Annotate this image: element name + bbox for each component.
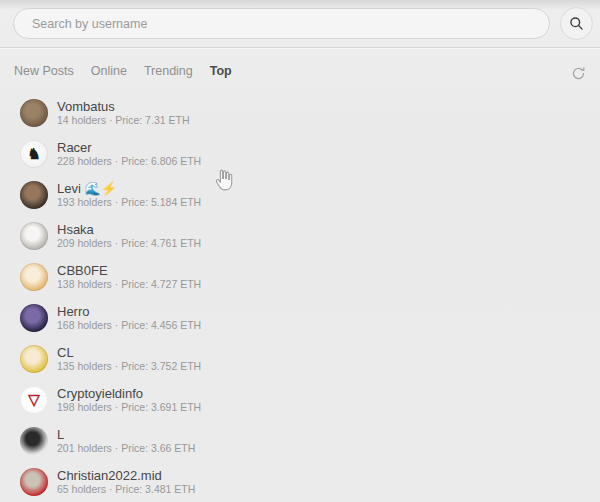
avatar-yellow-hood-art	[20, 345, 48, 373]
user-meta: 201 holders · Price: 3.66 ETH	[57, 443, 195, 454]
user-meta: 228 holders · Price: 6.806 ETH	[57, 156, 201, 167]
user-meta: 135 holders · Price: 3.752 ETH	[57, 361, 201, 372]
avatar-glyph: ♞	[27, 146, 40, 161]
user-meta: 138 holders · Price: 4.727 ETH	[57, 279, 201, 290]
user-meta: 168 holders · Price: 4.456 ETH	[57, 320, 201, 331]
list-item[interactable]: CL 135 holders · Price: 3.752 ETH	[0, 338, 600, 379]
user-list: Vombatus 14 holders · Price: 7.31 ETH ♞ …	[0, 92, 600, 502]
list-item[interactable]: ▽ Cryptoyieldinfo 198 holders · Price: 3…	[0, 379, 600, 420]
avatar-wombat-photo	[20, 99, 48, 127]
avatar-ink-horse-sketch: ♞	[20, 140, 48, 168]
list-item[interactable]: Christian2022.mid 65 holders · Price: 3.…	[0, 461, 600, 502]
avatar-red-statue-art	[20, 468, 48, 496]
user-meta: 198 holders · Price: 3.691 ETH	[57, 402, 201, 413]
username: Racer	[57, 141, 201, 154]
avatar-portrait-photo	[20, 181, 48, 209]
tabs: New PostsOnlineTrendingTop	[14, 64, 232, 78]
search-input[interactable]	[13, 8, 550, 39]
tab-online[interactable]: Online	[91, 64, 127, 78]
avatar-cream-cat-art	[20, 263, 48, 291]
list-item[interactable]: Herro 168 holders · Price: 4.456 ETH	[0, 297, 600, 338]
list-item[interactable]: Hsaka 209 holders · Price: 4.761 ETH	[0, 215, 600, 256]
search-button[interactable]	[560, 7, 593, 40]
username: Levi 🌊⚡	[57, 182, 201, 195]
tab-trending[interactable]: Trending	[144, 64, 193, 78]
avatar-purple-anime-art	[20, 304, 48, 332]
username: Herro	[57, 305, 201, 318]
refresh-icon	[571, 66, 586, 81]
list-item[interactable]: ♞ Racer 228 holders · Price: 6.806 ETH	[0, 133, 600, 174]
username: Vombatus	[57, 100, 189, 113]
username: Cryptoyieldinfo	[57, 387, 201, 400]
list-item[interactable]: Levi 🌊⚡ 193 holders · Price: 5.184 ETH	[0, 174, 600, 215]
list-item[interactable]: CBB0FE 138 holders · Price: 4.727 ETH	[0, 256, 600, 297]
refresh-button[interactable]	[568, 63, 588, 83]
list-item[interactable]: Vombatus 14 holders · Price: 7.31 ETH	[0, 92, 600, 133]
user-meta: 193 holders · Price: 5.184 ETH	[57, 197, 201, 208]
tab-top[interactable]: Top	[210, 64, 232, 78]
search-icon	[569, 16, 584, 31]
user-search-page: New PostsOnlineTrendingTop Vombatus 14 h…	[0, 0, 600, 502]
user-meta: 209 holders · Price: 4.761 ETH	[57, 238, 201, 249]
avatar-red-yield-triangle: ▽	[20, 386, 48, 414]
avatar-glyph: ▽	[28, 392, 40, 407]
user-meta: 65 holders · Price: 3.481 ETH	[57, 484, 195, 495]
avatar-ink-anime-face	[20, 427, 48, 455]
username: CL	[57, 346, 201, 359]
avatar-white-wolf-art	[20, 222, 48, 250]
username: CBB0FE	[57, 264, 201, 277]
username: Christian2022.mid	[57, 469, 195, 482]
search-bar	[13, 8, 550, 39]
username: Hsaka	[57, 223, 201, 236]
header-divider	[0, 47, 600, 48]
username: L	[57, 428, 195, 441]
list-item[interactable]: L 201 holders · Price: 3.66 ETH	[0, 420, 600, 461]
user-meta: 14 holders · Price: 7.31 ETH	[57, 115, 189, 126]
tab-new-posts[interactable]: New Posts	[14, 64, 74, 78]
